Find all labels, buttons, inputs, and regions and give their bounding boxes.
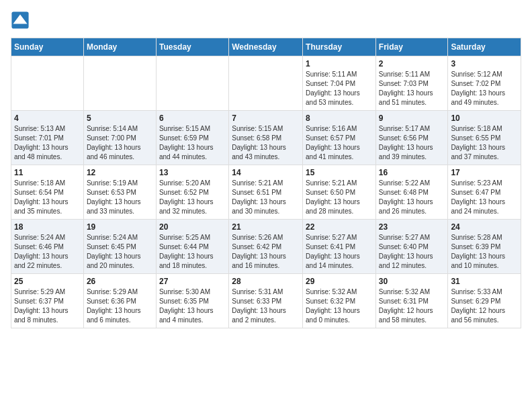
calendar-cell: 19Sunrise: 5:24 AM Sunset: 6:45 PM Dayli… bbox=[83, 220, 156, 274]
calendar-cell: 17Sunrise: 5:23 AM Sunset: 6:47 PM Dayli… bbox=[448, 165, 521, 220]
week-row-3: 11Sunrise: 5:18 AM Sunset: 6:54 PM Dayli… bbox=[11, 165, 521, 220]
day-number: 28 bbox=[232, 277, 300, 286]
top-bar bbox=[11, 11, 521, 32]
day-number: 17 bbox=[451, 168, 518, 177]
logo bbox=[11, 11, 31, 30]
calendar-cell: 29Sunrise: 5:32 AM Sunset: 6:32 PM Dayli… bbox=[303, 274, 376, 328]
calendar-cell: 15Sunrise: 5:21 AM Sunset: 6:50 PM Dayli… bbox=[303, 165, 376, 220]
day-number: 12 bbox=[87, 168, 153, 177]
calendar-cell: 22Sunrise: 5:27 AM Sunset: 6:41 PM Dayli… bbox=[303, 220, 376, 274]
day-info: Sunrise: 5:32 AM Sunset: 6:31 PM Dayligh… bbox=[379, 287, 445, 325]
calendar-table: SundayMondayTuesdayWednesdayThursdayFrid… bbox=[11, 38, 521, 328]
day-info: Sunrise: 5:22 AM Sunset: 6:48 PM Dayligh… bbox=[379, 179, 445, 216]
day-info: Sunrise: 5:32 AM Sunset: 6:32 PM Dayligh… bbox=[306, 287, 373, 325]
day-number: 15 bbox=[306, 168, 373, 177]
calendar-header-row: SundayMondayTuesdayWednesdayThursdayFrid… bbox=[11, 38, 521, 56]
day-number: 23 bbox=[379, 222, 445, 232]
day-info: Sunrise: 5:17 AM Sunset: 6:56 PM Dayligh… bbox=[379, 124, 445, 162]
day-info: Sunrise: 5:24 AM Sunset: 6:45 PM Dayligh… bbox=[87, 233, 153, 271]
header-friday: Friday bbox=[375, 38, 448, 56]
day-info: Sunrise: 5:18 AM Sunset: 6:54 PM Dayligh… bbox=[14, 179, 81, 216]
week-row-5: 25Sunrise: 5:29 AM Sunset: 6:37 PM Dayli… bbox=[11, 274, 521, 328]
calendar-cell: 25Sunrise: 5:29 AM Sunset: 6:37 PM Dayli… bbox=[11, 274, 84, 328]
day-number: 2 bbox=[379, 59, 445, 68]
day-info: Sunrise: 5:15 AM Sunset: 6:59 PM Dayligh… bbox=[159, 124, 226, 162]
calendar-cell: 20Sunrise: 5:25 AM Sunset: 6:44 PM Dayli… bbox=[156, 220, 228, 274]
calendar-cell: 11Sunrise: 5:18 AM Sunset: 6:54 PM Dayli… bbox=[11, 165, 84, 220]
calendar-cell: 12Sunrise: 5:19 AM Sunset: 6:53 PM Dayli… bbox=[83, 165, 156, 220]
day-info: Sunrise: 5:12 AM Sunset: 7:02 PM Dayligh… bbox=[451, 70, 518, 107]
calendar-cell bbox=[11, 56, 84, 111]
calendar-cell: 9Sunrise: 5:17 AM Sunset: 6:56 PM Daylig… bbox=[375, 111, 448, 165]
calendar-cell bbox=[156, 56, 228, 111]
day-number: 31 bbox=[451, 277, 518, 286]
calendar-cell: 3Sunrise: 5:12 AM Sunset: 7:02 PM Daylig… bbox=[448, 56, 521, 111]
generalblue-logo-icon bbox=[11, 11, 30, 30]
day-number: 10 bbox=[451, 113, 518, 123]
calendar-cell: 13Sunrise: 5:20 AM Sunset: 6:52 PM Dayli… bbox=[156, 165, 228, 220]
calendar-cell: 8Sunrise: 5:16 AM Sunset: 6:57 PM Daylig… bbox=[303, 111, 376, 165]
day-number: 14 bbox=[232, 168, 300, 177]
day-info: Sunrise: 5:27 AM Sunset: 6:40 PM Dayligh… bbox=[379, 233, 445, 271]
calendar-cell: 4Sunrise: 5:13 AM Sunset: 7:01 PM Daylig… bbox=[11, 111, 84, 165]
day-number: 6 bbox=[159, 113, 226, 123]
day-number: 21 bbox=[232, 222, 300, 232]
calendar-cell: 24Sunrise: 5:28 AM Sunset: 6:39 PM Dayli… bbox=[448, 220, 521, 274]
day-info: Sunrise: 5:11 AM Sunset: 7:04 PM Dayligh… bbox=[306, 70, 373, 107]
day-number: 1 bbox=[306, 59, 373, 68]
calendar-cell: 1Sunrise: 5:11 AM Sunset: 7:04 PM Daylig… bbox=[303, 56, 376, 111]
day-info: Sunrise: 5:31 AM Sunset: 6:33 PM Dayligh… bbox=[232, 287, 300, 325]
day-number: 11 bbox=[14, 168, 81, 177]
calendar-cell: 14Sunrise: 5:21 AM Sunset: 6:51 PM Dayli… bbox=[229, 165, 303, 220]
day-number: 9 bbox=[379, 113, 445, 123]
day-number: 18 bbox=[14, 222, 81, 232]
calendar-cell: 16Sunrise: 5:22 AM Sunset: 6:48 PM Dayli… bbox=[375, 165, 448, 220]
calendar-cell bbox=[229, 56, 303, 111]
header-thursday: Thursday bbox=[303, 38, 376, 56]
day-info: Sunrise: 5:26 AM Sunset: 6:42 PM Dayligh… bbox=[232, 233, 300, 271]
header-wednesday: Wednesday bbox=[229, 38, 303, 56]
day-number: 22 bbox=[306, 222, 373, 232]
calendar-cell: 30Sunrise: 5:32 AM Sunset: 6:31 PM Dayli… bbox=[375, 274, 448, 328]
calendar-cell: 10Sunrise: 5:18 AM Sunset: 6:55 PM Dayli… bbox=[448, 111, 521, 165]
calendar-cell: 7Sunrise: 5:15 AM Sunset: 6:58 PM Daylig… bbox=[229, 111, 303, 165]
week-row-4: 18Sunrise: 5:24 AM Sunset: 6:46 PM Dayli… bbox=[11, 220, 521, 274]
week-row-2: 4Sunrise: 5:13 AM Sunset: 7:01 PM Daylig… bbox=[11, 111, 521, 165]
day-info: Sunrise: 5:19 AM Sunset: 6:53 PM Dayligh… bbox=[87, 179, 153, 216]
calendar-cell: 23Sunrise: 5:27 AM Sunset: 6:40 PM Dayli… bbox=[375, 220, 448, 274]
day-number: 8 bbox=[306, 113, 373, 123]
header-sunday: Sunday bbox=[11, 38, 84, 56]
day-number: 5 bbox=[87, 113, 153, 123]
calendar-cell: 26Sunrise: 5:29 AM Sunset: 6:36 PM Dayli… bbox=[83, 274, 156, 328]
day-info: Sunrise: 5:18 AM Sunset: 6:55 PM Dayligh… bbox=[451, 124, 518, 162]
day-info: Sunrise: 5:13 AM Sunset: 7:01 PM Dayligh… bbox=[14, 124, 81, 162]
calendar-cell: 6Sunrise: 5:15 AM Sunset: 6:59 PM Daylig… bbox=[156, 111, 228, 165]
day-info: Sunrise: 5:30 AM Sunset: 6:35 PM Dayligh… bbox=[159, 287, 226, 325]
calendar-cell: 2Sunrise: 5:11 AM Sunset: 7:03 PM Daylig… bbox=[375, 56, 448, 111]
day-number: 7 bbox=[232, 113, 300, 123]
day-info: Sunrise: 5:24 AM Sunset: 6:46 PM Dayligh… bbox=[14, 233, 81, 271]
day-info: Sunrise: 5:25 AM Sunset: 6:44 PM Dayligh… bbox=[159, 233, 226, 271]
day-number: 29 bbox=[306, 277, 373, 286]
day-number: 27 bbox=[159, 277, 226, 286]
calendar-cell bbox=[83, 56, 156, 111]
day-info: Sunrise: 5:28 AM Sunset: 6:39 PM Dayligh… bbox=[451, 233, 518, 271]
day-info: Sunrise: 5:21 AM Sunset: 6:51 PM Dayligh… bbox=[232, 179, 300, 216]
day-number: 20 bbox=[159, 222, 226, 232]
day-number: 4 bbox=[14, 113, 81, 123]
day-info: Sunrise: 5:21 AM Sunset: 6:50 PM Dayligh… bbox=[306, 179, 373, 216]
day-number: 13 bbox=[159, 168, 226, 177]
header-saturday: Saturday bbox=[448, 38, 521, 56]
day-info: Sunrise: 5:15 AM Sunset: 6:58 PM Dayligh… bbox=[232, 124, 300, 162]
day-info: Sunrise: 5:29 AM Sunset: 6:36 PM Dayligh… bbox=[87, 287, 153, 325]
day-number: 19 bbox=[87, 222, 153, 232]
header-tuesday: Tuesday bbox=[156, 38, 228, 56]
day-number: 24 bbox=[451, 222, 518, 232]
day-number: 3 bbox=[451, 59, 518, 68]
day-info: Sunrise: 5:33 AM Sunset: 6:29 PM Dayligh… bbox=[451, 287, 518, 325]
day-number: 25 bbox=[14, 277, 81, 286]
day-info: Sunrise: 5:27 AM Sunset: 6:41 PM Dayligh… bbox=[306, 233, 373, 271]
header-monday: Monday bbox=[83, 38, 156, 56]
calendar-cell: 21Sunrise: 5:26 AM Sunset: 6:42 PM Dayli… bbox=[229, 220, 303, 274]
calendar-cell: 5Sunrise: 5:14 AM Sunset: 7:00 PM Daylig… bbox=[83, 111, 156, 165]
